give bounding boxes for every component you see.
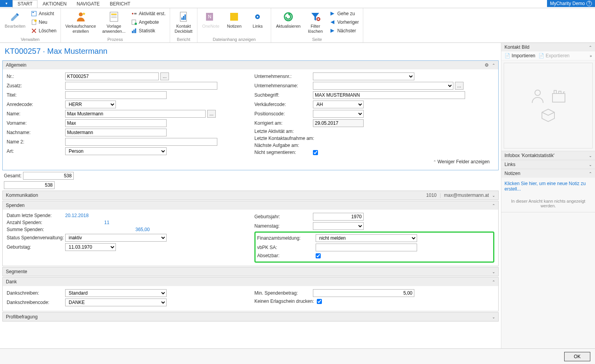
geburtsjahr-label: Geburtsjahr:	[254, 214, 313, 219]
position-select[interactable]	[313, 110, 364, 118]
tab-bericht[interactable]: BERICHT	[105, 0, 135, 8]
section-dank-header[interactable]: Dank ⌃	[3, 277, 498, 286]
naechster-button[interactable]: Nächster	[328, 27, 360, 35]
nr-lookup-button[interactable]: …	[160, 72, 169, 80]
erlag-checkbox[interactable]	[317, 299, 322, 304]
neue-notiz-link[interactable]: Klicken Sie hier, um eine neue Notiz zu …	[501, 178, 595, 195]
svg-rect-15	[133, 30, 135, 33]
neu-label: Neu	[39, 19, 47, 25]
svg-marker-28	[330, 20, 334, 24]
unternehmensnr-select[interactable]	[313, 72, 414, 80]
gear-icon[interactable]: ⚙	[485, 62, 489, 68]
spende-status-select[interactable]: inaktiv	[65, 234, 167, 242]
importieren-button[interactable]: 📄 Importieren	[504, 53, 535, 58]
side-notizen-header[interactable]: Notizen⌃	[501, 169, 595, 178]
anrede-select[interactable]: HERR	[65, 101, 116, 108]
ansicht-label: Ansicht	[39, 11, 54, 16]
statistik-button[interactable]: Statistik	[130, 27, 167, 35]
exportieren-label: Exportieren	[545, 53, 569, 58]
art-select[interactable]: Person	[65, 147, 167, 155]
side-links-title: Links	[504, 162, 515, 167]
refresh-icon	[282, 11, 295, 23]
loeschen-button[interactable]: Löschen	[29, 27, 58, 35]
name-input[interactable]	[65, 110, 206, 118]
letztekontakt-label: Letzte Kontaktaufnahme am:	[254, 136, 325, 141]
side-kontaktbild-header[interactable]: Kontakt Bild⌃	[501, 43, 595, 51]
loeschen-label: Löschen	[39, 28, 56, 34]
aktualisieren-button[interactable]: Aktualisieren	[274, 9, 303, 30]
geburtstag-select[interactable]: 11.03.1970	[65, 243, 116, 251]
section-allgemein-header[interactable]: Allgemein ⚙⌃	[3, 61, 498, 69]
vbpk-input[interactable]	[316, 244, 417, 251]
filter-loeschen-button[interactable]: Filter löschen	[304, 9, 326, 35]
app-menu-dropdown[interactable]: ▾	[0, 0, 12, 7]
tab-navigate[interactable]: NAVIGATE	[72, 0, 105, 8]
spende-summe-value[interactable]: 365,00	[135, 227, 150, 232]
exportieren-button: 📄 Exportieren	[538, 53, 570, 58]
name2-input[interactable]	[65, 138, 217, 146]
side-links-header[interactable]: Links⌄	[501, 160, 595, 169]
zusatz-input[interactable]	[65, 82, 217, 90]
side-infobox-header[interactable]: Infobox 'Kontaktstatistik'⌄	[501, 151, 595, 160]
ok-button[interactable]: OK	[564, 352, 590, 361]
minspende-input[interactable]	[313, 289, 414, 297]
kontakt-deckblatt-button[interactable]: Kontakt Deckblatt	[172, 9, 195, 35]
titel-input[interactable]	[65, 91, 167, 99]
section-profil-header[interactable]: Profilbefragung ⌄	[3, 313, 498, 321]
dankcode-select[interactable]: DANKE	[65, 299, 167, 306]
namenstag-select[interactable]	[313, 222, 364, 230]
ansicht-button[interactable]: Ansicht	[29, 10, 58, 18]
gehezu-button[interactable]: Gehe zu	[328, 10, 360, 18]
section-segmente-header[interactable]: Segmente ⌄	[3, 267, 498, 276]
finanzamt-select[interactable]: nicht melden	[316, 234, 417, 242]
section-spenden-header[interactable]: Spenden ⌃	[3, 201, 498, 210]
help-icon[interactable]: ?	[586, 1, 592, 6]
verkaufschance-button[interactable]: Verkaufschance erstellen	[63, 9, 98, 35]
unternehmensname-lookup-button[interactable]: …	[455, 82, 464, 90]
chevron-down-icon: ⌄	[492, 315, 495, 319]
tab-aktionen[interactable]: AKTIONEN	[37, 0, 71, 8]
group-seite-label: Seite	[274, 36, 360, 42]
vorheriger-label: Vorheriger	[337, 19, 359, 25]
next-icon	[329, 28, 336, 34]
unternehmensname-label: Unternehmensname:	[254, 83, 313, 88]
side-kontaktbild-title: Kontakt Bild	[504, 44, 529, 50]
onenote-button[interactable]: N OneNote	[200, 9, 222, 30]
chart-icon	[131, 28, 137, 34]
svg-rect-20	[185, 14, 186, 20]
nichtseg-checkbox[interactable]	[313, 150, 318, 155]
finanzamt-highlight-box: Finanzamtsmeldung:nicht melden vbPK SA: …	[254, 231, 494, 263]
page-title: KT000257 · Max Mustermann	[0, 43, 501, 60]
chevron-down-icon: ⌄	[589, 154, 592, 158]
spende-anzahl-value[interactable]: 11	[104, 220, 109, 225]
link-icon	[251, 11, 264, 23]
weniger-felder-toggle[interactable]: ⌃ Weniger Felder anzeigen	[7, 157, 494, 167]
vorlage-button[interactable]: Vorlage anwenden...	[100, 9, 128, 35]
gehezu-label: Gehe zu	[337, 11, 355, 16]
angebote-button[interactable]: Angebote	[130, 18, 167, 26]
nachname-input[interactable]	[65, 129, 167, 136]
unternehmensname-select[interactable]	[313, 82, 453, 90]
geburtsjahr-input[interactable]	[313, 213, 364, 221]
vorname-input[interactable]	[65, 119, 167, 127]
spende-datum-value[interactable]: 20.12.2018	[65, 213, 89, 218]
notizen-button[interactable]: Notizen	[223, 9, 245, 30]
report-icon	[177, 11, 190, 23]
suchbegriff-input[interactable]	[313, 91, 465, 99]
name-lookup-button[interactable]: …	[207, 110, 216, 118]
neu-button[interactable]: Neu	[29, 18, 58, 26]
section-kommunikation-header[interactable]: Kommunikation 1010 | max@mustermann.at⌄	[3, 191, 498, 200]
aktivitaet-button[interactable]: Aktivität erst.	[130, 10, 167, 18]
dankschreiben-select[interactable]: Standard	[65, 289, 167, 297]
absetzbar-checkbox[interactable]	[316, 253, 321, 258]
nr-input[interactable]	[65, 72, 159, 80]
vorheriger-button[interactable]: Vorheriger	[328, 18, 360, 26]
verkaeufer-select[interactable]: AH	[313, 101, 364, 108]
ribbon: Bearbeiten Ansicht Neu Löschen Verwalten…	[0, 8, 595, 43]
svg-point-4	[79, 12, 83, 16]
name-label: Name:	[7, 111, 65, 117]
tab-start[interactable]: START	[12, 0, 37, 8]
bearbeiten-button[interactable]: Bearbeiten	[2, 9, 28, 30]
links-button[interactable]: Links	[247, 9, 268, 30]
more-icon[interactable]: »	[590, 54, 592, 58]
